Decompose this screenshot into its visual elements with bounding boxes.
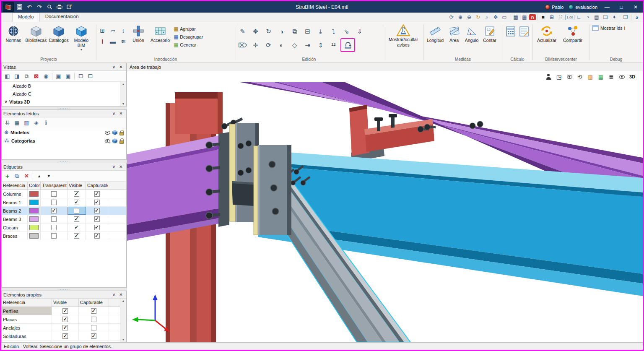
visible-checkbox[interactable] <box>74 233 79 239</box>
beam-tool-icon[interactable]: ▬ <box>108 36 118 47</box>
tree-item-modelos[interactable]: ❋ Modelos <box>2 128 126 137</box>
transparente-checkbox[interactable] <box>51 216 57 222</box>
area-button[interactable]: Área <box>446 23 462 43</box>
iso-cube-icon[interactable]: ◳ <box>555 73 563 81</box>
vistas-close-icon[interactable]: ✕ <box>117 65 125 69</box>
maximize-button[interactable]: □ <box>615 2 628 12</box>
user-chip[interactable]: Pablo <box>543 5 565 10</box>
compartir-button[interactable]: Compartir <box>560 23 586 43</box>
edit-extend1-button[interactable]: ⤓ <box>314 26 327 37</box>
voltear-flip-button[interactable] <box>342 40 354 51</box>
visible-checkbox[interactable] <box>74 225 79 230</box>
edit-move2-button[interactable]: ✛ <box>249 40 262 51</box>
categorias-visibility-icon[interactable] <box>105 139 110 143</box>
online-help-icon[interactable]: ◕ <box>633 13 641 21</box>
visible-checkbox[interactable] <box>74 216 79 222</box>
transparente-checkbox[interactable] <box>51 191 57 197</box>
tools-icon[interactable]: ✦ <box>610 13 618 21</box>
eye2-icon[interactable] <box>618 73 626 81</box>
ortho-icon[interactable]: ∟ <box>575 13 583 21</box>
cube-c-icon[interactable]: ◈ <box>31 118 41 127</box>
visible-checkbox[interactable] <box>62 333 68 339</box>
capturable-checkbox[interactable] <box>91 333 96 339</box>
account-chip[interactable]: evaluacion <box>567 5 599 10</box>
zoom-in-icon[interactable]: ⊕ <box>456 13 465 21</box>
profile-tool-icon[interactable]: Ⅰ <box>97 36 107 47</box>
tab-modelo[interactable]: Modelo <box>12 13 40 22</box>
capturable-checkbox[interactable] <box>94 191 100 197</box>
delete-tag-icon[interactable]: ✕ <box>22 172 31 180</box>
categorias-lock-icon[interactable] <box>119 140 124 144</box>
modelos-visibility-icon[interactable] <box>105 131 110 135</box>
edit-extend2-button[interactable]: ⤵ <box>327 26 340 37</box>
tag-row-columns[interactable]: Columns <box>2 190 126 198</box>
view-section-3d[interactable]: ∨ Vistas 3D <box>2 98 120 106</box>
move-down-icon[interactable]: ▼ <box>44 172 54 180</box>
visible-checkbox[interactable] <box>74 208 79 213</box>
edit-view-icon[interactable]: ◨ <box>12 72 22 81</box>
vistas-collapse-icon[interactable]: ∨ <box>110 65 117 69</box>
scale-indicator[interactable]: 1.00 <box>565 15 574 20</box>
col-referencia[interactable]: Referencia <box>2 182 28 190</box>
comment-icon[interactable]: ❏ <box>601 13 610 21</box>
visible-checkbox[interactable] <box>62 325 68 330</box>
union-button[interactable]: Unión <box>128 23 148 43</box>
edit-pencil-button[interactable]: ✎ <box>236 26 249 37</box>
grid-view-icon[interactable]: ⊞ <box>548 13 556 21</box>
catalogos-button[interactable]: Catálogos <box>47 23 70 43</box>
orbit-icon[interactable]: ⟲ <box>576 73 584 81</box>
edit-extend4-button[interactable]: ⇓ <box>353 26 366 37</box>
tag-row-cbeam[interactable]: Cbeam <box>2 224 126 232</box>
col-visible[interactable]: Visible <box>52 299 79 307</box>
col-visible[interactable]: Visible <box>68 182 86 190</box>
hatch-icon[interactable]: ▩ <box>520 13 529 21</box>
edit-mirror-button[interactable]: ◑ <box>275 26 288 37</box>
tag-row-beams3[interactable]: Beams 3 <box>2 215 126 224</box>
grid-b-icon[interactable]: ▥ <box>22 118 31 127</box>
camera-icon[interactable]: ▣ <box>54 72 63 81</box>
mostrar-ids-button[interactable]: Mostrar Ids I <box>590 23 625 31</box>
accesorio-button[interactable]: Accesorio <box>148 23 172 43</box>
tag-row-braces[interactable]: Braces <box>2 232 126 240</box>
print-icon[interactable] <box>55 3 64 11</box>
modelos-cube-icon[interactable] <box>112 130 117 135</box>
own-row-soldaduras[interactable]: Soldaduras <box>2 332 120 341</box>
col-color[interactable]: Color <box>28 182 41 190</box>
col-referencia[interactable]: Referencia <box>2 299 52 307</box>
own-row-anclajes[interactable]: Anclajes <box>2 324 120 332</box>
color-swatch[interactable] <box>29 208 39 213</box>
zoom-window-icon[interactable]: ⌕ <box>483 13 491 21</box>
camera2-icon[interactable]: ▣ <box>63 72 73 81</box>
visible-checkbox[interactable] <box>62 317 68 322</box>
open-book-icon[interactable]: ⧠ <box>76 72 86 81</box>
panel-resize-grip[interactable]: ····· <box>1 160 127 163</box>
propios-collapse-icon[interactable]: ∨ <box>110 292 117 297</box>
capturable-checkbox[interactable] <box>94 208 100 213</box>
leidos-close-icon[interactable]: ✕ <box>117 111 125 116</box>
capturable-checkbox[interactable] <box>94 225 100 230</box>
save-icon[interactable] <box>15 3 24 11</box>
capturable-checkbox[interactable] <box>91 325 96 330</box>
weld-tool-icon[interactable]: ≋ <box>118 36 128 47</box>
tag-row-beams2[interactable]: Beams 2 <box>2 207 126 215</box>
desagrupar-button[interactable]: ▦ Desagrupar <box>174 33 203 40</box>
edit-move-button[interactable]: ✥ <box>249 26 262 37</box>
grid-tool-icon[interactable]: ⊞ <box>97 25 107 36</box>
full-screen-icon[interactable]: ▭ <box>500 13 509 21</box>
color-swatch[interactable] <box>29 233 39 239</box>
export-icon[interactable] <box>65 3 74 11</box>
panel-resize-grip[interactable]: ····· <box>1 107 127 109</box>
orbit-view-icon[interactable]: ◉ <box>41 72 51 81</box>
modelo-bim-button[interactable]: Modelo BIM ▾ <box>70 23 93 52</box>
col-capturable[interactable]: Capturable <box>86 182 108 190</box>
edit-rotate-button[interactable]: ↻ <box>262 26 275 37</box>
bibliotecas-button[interactable]: Bibliotecas <box>25 23 47 43</box>
edit-tag-button[interactable]: ◇ <box>288 40 301 51</box>
calcular-button[interactable] <box>505 26 516 38</box>
person-view-icon[interactable] <box>545 73 552 81</box>
edit-offset-button[interactable]: ⊟ <box>301 26 314 37</box>
copy-view-icon[interactable]: ⧉ <box>22 72 31 81</box>
zoom-out-icon[interactable]: ⊖ <box>465 13 473 21</box>
visible-checkbox[interactable] <box>74 191 79 197</box>
edit-mirror2-button[interactable]: ◐ <box>275 40 288 51</box>
